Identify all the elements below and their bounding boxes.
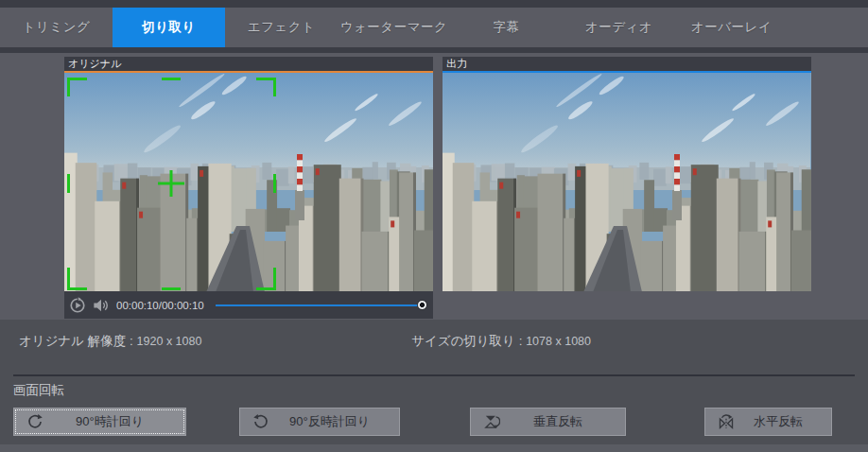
rotate-counterclockwise-icon	[252, 413, 269, 430]
crop-size-label: サイズの切り取り :	[411, 334, 522, 348]
original-resolution: オリジナル 解像度 : 1920 x 1080	[19, 333, 201, 350]
player-controls: 00:00:10/00:00:10	[64, 291, 433, 319]
original-panel: オリジナル	[64, 57, 433, 319]
crop-size: サイズの切り取り : 1078 x 1080	[411, 333, 591, 350]
preview-section: オリジナル	[0, 53, 868, 320]
resolution-info-row: オリジナル 解像度 : 1920 x 1080 サイズの切り取り : 1078 …	[0, 333, 868, 352]
crop-handle-bottom-left	[69, 268, 88, 289]
crop-handle-top-left	[69, 79, 88, 97]
flip-horizontal-icon	[718, 413, 735, 430]
window-top-strip	[0, 0, 868, 8]
section-divider	[13, 374, 855, 376]
flip-vertical-icon	[483, 413, 500, 430]
crop-center-cross	[158, 170, 184, 197]
tab-1[interactable]: トリミング	[0, 8, 113, 47]
seek-slider-knob[interactable]	[417, 300, 427, 310]
flip-vertical-button[interactable]: 垂直反転	[470, 408, 626, 436]
video-editor-window: トリミング切り取りエフェクトウォーターマーク字幕オーディオオーバーレイ オリジナ…	[0, 0, 868, 452]
tab-3[interactable]: エフェクト	[225, 8, 338, 47]
tab-7[interactable]: オーバーレイ	[675, 8, 788, 47]
replay-play-icon[interactable]	[69, 297, 86, 314]
settings-section: オリジナル 解像度 : 1920 x 1080 サイズの切り取り : 1078 …	[0, 320, 868, 452]
output-video-preview[interactable]	[443, 73, 811, 291]
output-panel-title: 出力	[443, 57, 811, 71]
crop-handle-top-right	[256, 79, 275, 97]
tab-2[interactable]: 切り取り	[113, 8, 225, 47]
tab-6[interactable]: オーディオ	[563, 8, 675, 47]
original-resolution-value: 1920 x 1080	[137, 335, 202, 348]
playback-time: 00:00:10/00:00:10	[116, 300, 204, 311]
rotate-90-counterclockwise-button[interactable]: 90°反時計回り	[239, 408, 400, 436]
tab-bar: トリミング切り取りエフェクトウォーターマーク字幕オーディオオーバーレイ	[0, 8, 868, 47]
rotation-button-label: 90°反時計回り	[269, 413, 390, 430]
rotation-button-label: 水平反転	[735, 413, 822, 430]
volume-icon[interactable]	[93, 297, 110, 314]
original-panel-title: オリジナル	[64, 57, 433, 71]
seek-slider[interactable]	[216, 299, 427, 312]
crop-overlay[interactable]	[64, 73, 433, 291]
rotation-button-label: 90°時計回り	[43, 413, 176, 430]
flip-horizontal-button[interactable]: 水平反転	[704, 408, 832, 436]
rotate-clockwise-icon	[26, 413, 43, 430]
seek-slider-track	[216, 304, 426, 306]
tab-4[interactable]: ウォーターマーク	[338, 8, 450, 47]
crop-size-value: 1078 x 1080	[526, 335, 591, 348]
rotate-90-clockwise-button[interactable]: 90°時計回り	[13, 408, 186, 436]
original-resolution-label: オリジナル 解像度 :	[19, 334, 133, 348]
rotation-section-title: 画面回転	[13, 382, 64, 399]
rotation-buttons-row: 90°時計回り90°反時計回り垂直反転水平反転	[0, 408, 868, 436]
original-video-preview[interactable]	[64, 73, 433, 291]
output-video-frame	[443, 73, 811, 291]
window-bottom-strip	[0, 444, 868, 452]
crop-handle-bottom-right	[256, 268, 275, 289]
output-panel: 出力	[443, 57, 811, 291]
rotation-button-label: 垂直反転	[500, 413, 616, 430]
tab-5[interactable]: 字幕	[450, 8, 563, 47]
